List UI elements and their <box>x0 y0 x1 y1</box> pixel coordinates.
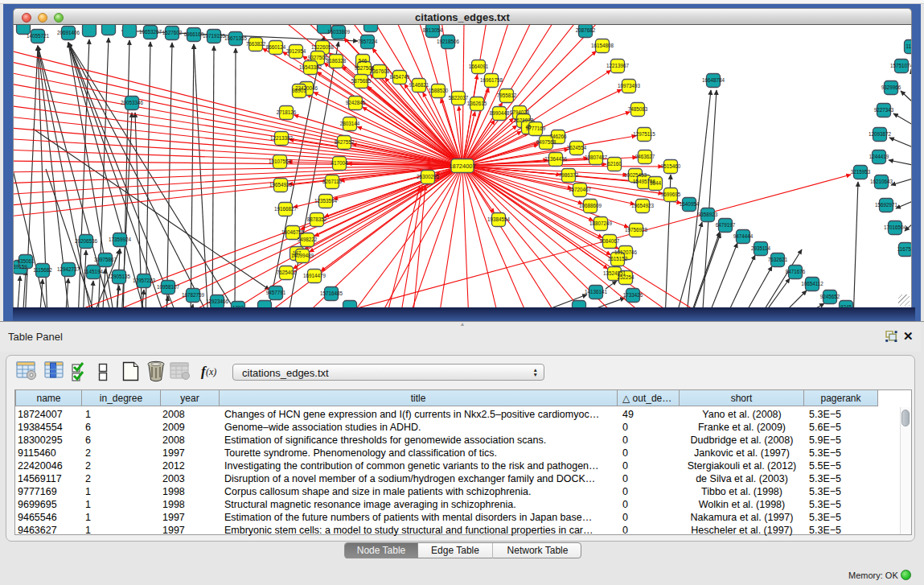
svg-text:15716485: 15716485 <box>320 290 343 296</box>
svg-text:2718126: 2718126 <box>277 109 297 115</box>
svg-text:10107554: 10107554 <box>269 159 292 164</box>
svg-text:9358923: 9358923 <box>698 212 718 217</box>
svg-text:18807249: 18807249 <box>589 220 613 226</box>
svg-text:17016504: 17016504 <box>884 225 907 230</box>
svg-text:746266: 746266 <box>549 134 567 139</box>
svg-text:10688609: 10688609 <box>579 203 602 208</box>
svg-text:30975867: 30975867 <box>94 257 117 262</box>
svg-text:15751074: 15751074 <box>890 63 912 68</box>
svg-text:19756928: 19756928 <box>625 227 648 233</box>
svg-text:9457791: 9457791 <box>266 290 286 295</box>
svg-text:16782759: 16782759 <box>182 292 205 298</box>
svg-text:9227343: 9227343 <box>874 107 894 113</box>
svg-text:8471676: 8471676 <box>786 269 806 274</box>
svg-text:1792: 1792 <box>232 305 244 307</box>
svg-text:12093872: 12093872 <box>869 131 892 137</box>
svg-text:3215953: 3215953 <box>851 169 871 175</box>
svg-text:9245: 9245 <box>840 304 852 307</box>
svg-text:16033809: 16033809 <box>327 29 351 35</box>
svg-text:10958107: 10958107 <box>157 284 180 290</box>
svg-text:9245652: 9245652 <box>820 294 840 299</box>
svg-text:12353594: 12353594 <box>314 198 338 204</box>
svg-text:19218506: 19218506 <box>437 39 460 44</box>
svg-text:19654923: 19654923 <box>631 203 655 208</box>
svg-text:7485083: 7485083 <box>628 106 648 112</box>
svg-text:10025453: 10025453 <box>624 172 647 178</box>
svg-text:6497568: 6497568 <box>536 139 556 145</box>
svg-text:2803144: 2803144 <box>340 121 360 126</box>
svg-text:7632621: 7632621 <box>768 257 788 262</box>
svg-text:2935114: 2935114 <box>751 245 771 251</box>
svg-text:252254: 252254 <box>617 274 634 280</box>
svg-text:10120746: 10120746 <box>614 249 638 255</box>
svg-text:1244419: 1244419 <box>869 154 889 159</box>
svg-text:25300295: 25300295 <box>417 174 440 179</box>
svg-text:1664091: 1664091 <box>469 64 489 69</box>
svg-text:8427552: 8427552 <box>335 139 355 145</box>
svg-text:1588520: 1588520 <box>429 88 449 93</box>
svg-text:2087682: 2087682 <box>576 27 596 33</box>
svg-text:20206536: 20206536 <box>75 238 98 244</box>
svg-text:5822037: 5822037 <box>449 95 469 101</box>
svg-text:8454749: 8454749 <box>390 74 410 80</box>
svg-text:62160: 62160 <box>607 161 622 167</box>
svg-text:17359924: 17359924 <box>109 237 132 242</box>
svg-text:1615152: 1615152 <box>608 256 628 262</box>
svg-text:12942737: 12942737 <box>57 266 80 272</box>
svg-text:9329966: 9329966 <box>881 84 901 90</box>
svg-text:10654112: 10654112 <box>801 281 823 286</box>
svg-text:8186328: 8186328 <box>326 58 347 64</box>
svg-text:19654925: 19654925 <box>269 182 293 187</box>
svg-text:20053346: 20053346 <box>121 100 144 105</box>
svg-text:6794028: 6794028 <box>510 109 530 115</box>
svg-text:5875685: 5875685 <box>351 78 372 84</box>
svg-text:1117: 1117 <box>906 43 912 49</box>
svg-text:2367608: 2367608 <box>370 68 390 74</box>
svg-text:1640954: 1640954 <box>680 201 700 207</box>
svg-text:98901: 98901 <box>292 88 306 93</box>
svg-text:9242845: 9242845 <box>346 100 366 105</box>
svg-text:12213967: 12213967 <box>606 63 630 68</box>
svg-text:13226058: 13226058 <box>311 44 335 50</box>
svg-text:7955812: 7955812 <box>497 93 517 98</box>
svg-text:6479197: 6479197 <box>716 222 736 228</box>
svg-text:10653267: 10653267 <box>139 29 162 35</box>
svg-text:17957223: 17957223 <box>133 278 156 283</box>
svg-text:16648784: 16648784 <box>702 77 725 83</box>
svg-text:39159: 39159 <box>14 264 27 270</box>
svg-text:16914479: 16914479 <box>303 273 326 278</box>
svg-text:9474444: 9474444 <box>733 233 754 239</box>
svg-text:435061: 435061 <box>17 258 35 264</box>
svg-text:9146821: 9146821 <box>409 82 429 88</box>
svg-text:7857224: 7857224 <box>358 39 378 44</box>
svg-text:1733426: 1733426 <box>623 292 643 298</box>
svg-text:12975115: 12975115 <box>633 131 655 137</box>
svg-text:14099489: 14099489 <box>291 253 314 258</box>
svg-text:5644: 5644 <box>650 180 662 186</box>
svg-text:9699695: 9699695 <box>661 192 681 197</box>
svg-text:9515460: 9515460 <box>661 163 681 169</box>
svg-text:116753: 116753 <box>897 246 912 252</box>
svg-text:8660124: 8660124 <box>266 44 286 50</box>
svg-text:7663822: 7663822 <box>246 41 266 47</box>
svg-text:9327506: 9327506 <box>308 55 328 60</box>
svg-text:5498222: 5498222 <box>298 237 318 242</box>
svg-text:(x): (x) <box>206 366 216 377</box>
svg-text:21364436: 21364436 <box>544 156 568 162</box>
svg-text:417004: 417004 <box>331 160 348 166</box>
svg-text:16210643: 16210643 <box>870 179 893 184</box>
svg-text:9463627: 9463627 <box>635 154 655 159</box>
svg-text:1621072: 1621072 <box>514 117 534 123</box>
svg-text:14055721: 14055721 <box>27 33 50 39</box>
svg-text:9777169: 9777169 <box>526 126 546 131</box>
svg-text:1362615: 1362615 <box>467 101 487 106</box>
svg-text:10807487: 10807487 <box>585 154 608 160</box>
svg-text:6966160: 6966160 <box>184 31 204 37</box>
svg-text:16543382: 16543382 <box>299 64 322 70</box>
svg-text:15692971: 15692971 <box>875 202 898 208</box>
svg-text:20691406: 20691406 <box>57 30 80 35</box>
svg-text:7986372: 7986372 <box>559 172 579 178</box>
svg-text:15720407: 15720407 <box>569 187 592 192</box>
svg-text:16046755: 16046755 <box>281 229 305 235</box>
svg-text:14136141: 14136141 <box>585 289 608 295</box>
